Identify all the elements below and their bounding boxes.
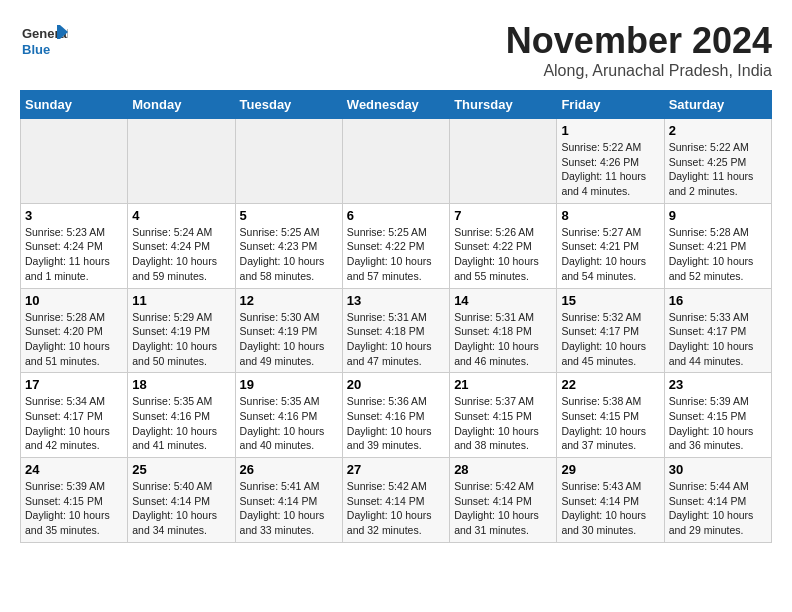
table-row: 28Sunrise: 5:42 AMSunset: 4:14 PMDayligh…	[450, 458, 557, 543]
col-monday: Monday	[128, 91, 235, 119]
day-info: Sunrise: 5:29 AMSunset: 4:19 PMDaylight:…	[132, 310, 230, 369]
day-info: Sunrise: 5:24 AMSunset: 4:24 PMDaylight:…	[132, 225, 230, 284]
table-row: 17Sunrise: 5:34 AMSunset: 4:17 PMDayligh…	[21, 373, 128, 458]
page-header: General Blue November 2024 Along, Arunac…	[20, 20, 772, 80]
day-number: 5	[240, 208, 338, 223]
day-number: 22	[561, 377, 659, 392]
day-number: 25	[132, 462, 230, 477]
table-row: 16Sunrise: 5:33 AMSunset: 4:17 PMDayligh…	[664, 288, 771, 373]
table-row: 29Sunrise: 5:43 AMSunset: 4:14 PMDayligh…	[557, 458, 664, 543]
table-row: 11Sunrise: 5:29 AMSunset: 4:19 PMDayligh…	[128, 288, 235, 373]
table-row: 23Sunrise: 5:39 AMSunset: 4:15 PMDayligh…	[664, 373, 771, 458]
day-number: 18	[132, 377, 230, 392]
day-info: Sunrise: 5:31 AMSunset: 4:18 PMDaylight:…	[347, 310, 445, 369]
day-number: 8	[561, 208, 659, 223]
table-row	[21, 119, 128, 204]
table-row: 26Sunrise: 5:41 AMSunset: 4:14 PMDayligh…	[235, 458, 342, 543]
col-thursday: Thursday	[450, 91, 557, 119]
table-row	[450, 119, 557, 204]
day-number: 12	[240, 293, 338, 308]
calendar-table: Sunday Monday Tuesday Wednesday Thursday…	[20, 90, 772, 543]
table-row	[128, 119, 235, 204]
day-number: 13	[347, 293, 445, 308]
location-subtitle: Along, Arunachal Pradesh, India	[506, 62, 772, 80]
day-info: Sunrise: 5:42 AMSunset: 4:14 PMDaylight:…	[347, 479, 445, 538]
table-row: 1Sunrise: 5:22 AMSunset: 4:26 PMDaylight…	[557, 119, 664, 204]
title-block: November 2024 Along, Arunachal Pradesh, …	[506, 20, 772, 80]
day-info: Sunrise: 5:32 AMSunset: 4:17 PMDaylight:…	[561, 310, 659, 369]
logo-icon: General Blue	[20, 20, 68, 60]
day-info: Sunrise: 5:27 AMSunset: 4:21 PMDaylight:…	[561, 225, 659, 284]
day-number: 4	[132, 208, 230, 223]
table-row: 14Sunrise: 5:31 AMSunset: 4:18 PMDayligh…	[450, 288, 557, 373]
day-info: Sunrise: 5:43 AMSunset: 4:14 PMDaylight:…	[561, 479, 659, 538]
day-info: Sunrise: 5:30 AMSunset: 4:19 PMDaylight:…	[240, 310, 338, 369]
day-info: Sunrise: 5:25 AMSunset: 4:22 PMDaylight:…	[347, 225, 445, 284]
table-row: 6Sunrise: 5:25 AMSunset: 4:22 PMDaylight…	[342, 203, 449, 288]
day-info: Sunrise: 5:26 AMSunset: 4:22 PMDaylight:…	[454, 225, 552, 284]
calendar-week-row: 3Sunrise: 5:23 AMSunset: 4:24 PMDaylight…	[21, 203, 772, 288]
svg-rect-3	[57, 25, 60, 39]
day-number: 23	[669, 377, 767, 392]
day-number: 19	[240, 377, 338, 392]
calendar-week-row: 1Sunrise: 5:22 AMSunset: 4:26 PMDaylight…	[21, 119, 772, 204]
table-row: 15Sunrise: 5:32 AMSunset: 4:17 PMDayligh…	[557, 288, 664, 373]
table-row: 20Sunrise: 5:36 AMSunset: 4:16 PMDayligh…	[342, 373, 449, 458]
table-row	[235, 119, 342, 204]
day-info: Sunrise: 5:28 AMSunset: 4:21 PMDaylight:…	[669, 225, 767, 284]
day-number: 28	[454, 462, 552, 477]
day-info: Sunrise: 5:28 AMSunset: 4:20 PMDaylight:…	[25, 310, 123, 369]
day-info: Sunrise: 5:37 AMSunset: 4:15 PMDaylight:…	[454, 394, 552, 453]
day-info: Sunrise: 5:35 AMSunset: 4:16 PMDaylight:…	[240, 394, 338, 453]
day-info: Sunrise: 5:38 AMSunset: 4:15 PMDaylight:…	[561, 394, 659, 453]
day-info: Sunrise: 5:39 AMSunset: 4:15 PMDaylight:…	[25, 479, 123, 538]
table-row: 12Sunrise: 5:30 AMSunset: 4:19 PMDayligh…	[235, 288, 342, 373]
col-saturday: Saturday	[664, 91, 771, 119]
day-info: Sunrise: 5:23 AMSunset: 4:24 PMDaylight:…	[25, 225, 123, 284]
day-number: 1	[561, 123, 659, 138]
calendar-week-row: 17Sunrise: 5:34 AMSunset: 4:17 PMDayligh…	[21, 373, 772, 458]
day-number: 27	[347, 462, 445, 477]
table-row: 8Sunrise: 5:27 AMSunset: 4:21 PMDaylight…	[557, 203, 664, 288]
table-row: 9Sunrise: 5:28 AMSunset: 4:21 PMDaylight…	[664, 203, 771, 288]
day-info: Sunrise: 5:39 AMSunset: 4:15 PMDaylight:…	[669, 394, 767, 453]
day-number: 17	[25, 377, 123, 392]
table-row	[342, 119, 449, 204]
table-row: 18Sunrise: 5:35 AMSunset: 4:16 PMDayligh…	[128, 373, 235, 458]
day-number: 3	[25, 208, 123, 223]
table-row: 4Sunrise: 5:24 AMSunset: 4:24 PMDaylight…	[128, 203, 235, 288]
table-row: 30Sunrise: 5:44 AMSunset: 4:14 PMDayligh…	[664, 458, 771, 543]
day-number: 24	[25, 462, 123, 477]
table-row: 5Sunrise: 5:25 AMSunset: 4:23 PMDaylight…	[235, 203, 342, 288]
day-info: Sunrise: 5:34 AMSunset: 4:17 PMDaylight:…	[25, 394, 123, 453]
table-row: 2Sunrise: 5:22 AMSunset: 4:25 PMDaylight…	[664, 119, 771, 204]
day-info: Sunrise: 5:36 AMSunset: 4:16 PMDaylight:…	[347, 394, 445, 453]
table-row: 19Sunrise: 5:35 AMSunset: 4:16 PMDayligh…	[235, 373, 342, 458]
day-info: Sunrise: 5:31 AMSunset: 4:18 PMDaylight:…	[454, 310, 552, 369]
day-number: 14	[454, 293, 552, 308]
col-wednesday: Wednesday	[342, 91, 449, 119]
day-number: 10	[25, 293, 123, 308]
day-number: 6	[347, 208, 445, 223]
day-number: 21	[454, 377, 552, 392]
day-number: 29	[561, 462, 659, 477]
table-row: 3Sunrise: 5:23 AMSunset: 4:24 PMDaylight…	[21, 203, 128, 288]
table-row: 24Sunrise: 5:39 AMSunset: 4:15 PMDayligh…	[21, 458, 128, 543]
day-info: Sunrise: 5:35 AMSunset: 4:16 PMDaylight:…	[132, 394, 230, 453]
calendar-week-row: 24Sunrise: 5:39 AMSunset: 4:15 PMDayligh…	[21, 458, 772, 543]
table-row: 13Sunrise: 5:31 AMSunset: 4:18 PMDayligh…	[342, 288, 449, 373]
logo: General Blue	[20, 20, 68, 60]
col-tuesday: Tuesday	[235, 91, 342, 119]
svg-text:Blue: Blue	[22, 42, 50, 57]
calendar-week-row: 10Sunrise: 5:28 AMSunset: 4:20 PMDayligh…	[21, 288, 772, 373]
day-number: 15	[561, 293, 659, 308]
day-number: 9	[669, 208, 767, 223]
day-info: Sunrise: 5:40 AMSunset: 4:14 PMDaylight:…	[132, 479, 230, 538]
table-row: 7Sunrise: 5:26 AMSunset: 4:22 PMDaylight…	[450, 203, 557, 288]
day-info: Sunrise: 5:42 AMSunset: 4:14 PMDaylight:…	[454, 479, 552, 538]
day-info: Sunrise: 5:41 AMSunset: 4:14 PMDaylight:…	[240, 479, 338, 538]
day-info: Sunrise: 5:25 AMSunset: 4:23 PMDaylight:…	[240, 225, 338, 284]
day-number: 16	[669, 293, 767, 308]
day-number: 2	[669, 123, 767, 138]
month-year-title: November 2024	[506, 20, 772, 62]
